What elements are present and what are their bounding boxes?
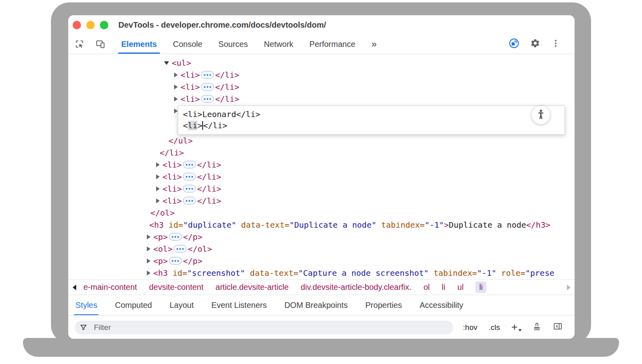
- stamp-icon[interactable]: [532, 322, 542, 333]
- close-window-button[interactable]: [73, 21, 81, 29]
- settings-gear-icon[interactable]: [530, 38, 540, 50]
- tab-network[interactable]: Network: [264, 34, 293, 54]
- edit-line-2[interactable]: <li></li>: [183, 120, 560, 131]
- dom-node-line[interactable]: </ul>: [68, 135, 575, 147]
- breadcrumb-scroll-left-icon[interactable]: [68, 285, 80, 290]
- breadcrumb-item[interactable]: devsite-content: [149, 283, 203, 292]
- devtools-toolbar: ElementsConsoleSourcesNetworkPerformance…: [68, 34, 575, 54]
- edit-open-bracket: <: [183, 121, 188, 130]
- cast-icon[interactable]: [509, 38, 519, 50]
- caret-collapsed-icon[interactable]: [172, 93, 181, 105]
- accessibility-button[interactable]: [532, 106, 550, 124]
- breadcrumb-item[interactable]: article.devsite-article: [215, 283, 288, 292]
- caret-collapsed-icon[interactable]: [144, 267, 153, 279]
- title-bar: DevTools - developer.chrome.com/docs/dev…: [68, 15, 575, 34]
- tab-console[interactable]: Console: [173, 34, 202, 54]
- new-style-rule-button[interactable]: +: [511, 322, 521, 333]
- tab-layout[interactable]: Layout: [170, 295, 194, 315]
- breadcrumb-item[interactable]: ul: [457, 283, 464, 292]
- breadcrumb-bar: e-main-contentdevsite-contentarticle.dev…: [68, 279, 575, 295]
- filter-input[interactable]: [75, 321, 453, 334]
- dom-node-line[interactable]: <li></li>: [68, 159, 575, 171]
- inline-expand-icon[interactable]: [174, 245, 187, 253]
- panel-tabs: ElementsConsoleSourcesNetworkPerformance…: [121, 34, 377, 54]
- caret-collapsed-icon[interactable]: [154, 171, 163, 183]
- tab-event-listeners[interactable]: Event Listeners: [211, 295, 267, 315]
- accessibility-person-icon: [535, 109, 547, 122]
- sidebar-tabs: StylesComputedLayoutEvent ListenersDOM B…: [68, 295, 575, 315]
- inline-expand-icon[interactable]: [201, 71, 214, 79]
- caret-expanded-icon[interactable]: [163, 57, 172, 69]
- inline-expand-icon[interactable]: [201, 83, 214, 91]
- dom-node-line[interactable]: <li></li>: [68, 171, 575, 183]
- dom-node-line[interactable]: <li></li>: [68, 93, 575, 105]
- zoom-window-button[interactable]: [100, 21, 108, 29]
- dom-edit-box[interactable]: <li>Leonard</li> <li></li>: [178, 105, 565, 135]
- breadcrumb-item[interactable]: ol: [423, 283, 430, 292]
- tab-performance[interactable]: Performance: [309, 34, 356, 54]
- minimize-window-button[interactable]: [86, 21, 95, 29]
- inline-expand-icon[interactable]: [169, 233, 182, 241]
- element-classes-button[interactable]: .cls: [489, 323, 500, 332]
- dom-node-line[interactable]: </li>: [68, 147, 575, 159]
- breadcrumb-item[interactable]: div.devsite-article-body.clearfix.: [301, 283, 411, 292]
- dom-tree-panel[interactable]: <ul><li></li><li></li><li></li></ul></li…: [68, 54, 575, 279]
- inline-expand-icon[interactable]: [169, 257, 182, 265]
- dom-node-line[interactable]: <li></li>: [68, 69, 575, 81]
- caret-collapsed-icon[interactable]: [144, 243, 153, 255]
- tab-properties[interactable]: Properties: [366, 295, 402, 315]
- breadcrumb-item[interactable]: li: [475, 281, 486, 293]
- filter-bar-controls: :hov .cls +: [463, 315, 563, 339]
- more-tabs-button[interactable]: »: [372, 38, 377, 50]
- dom-node-line[interactable]: <li></li>: [68, 183, 575, 195]
- inspect-element-icon[interactable]: [75, 39, 84, 49]
- edit-close-bracket: >: [197, 121, 202, 130]
- filter-funnel-icon: [79, 324, 87, 332]
- styles-filter-bar: :hov .cls +: [68, 315, 575, 339]
- kebab-menu-icon[interactable]: [551, 39, 560, 49]
- caret-collapsed-icon[interactable]: [144, 231, 153, 243]
- caret-collapsed-icon[interactable]: [144, 255, 153, 267]
- inline-expand-icon[interactable]: [183, 161, 196, 168]
- breadcrumb-item[interactable]: li: [442, 283, 445, 292]
- dom-tree-lines: <ul><li></li><li></li><li></li></ul></li…: [68, 54, 575, 279]
- inline-expand-icon[interactable]: [183, 197, 196, 204]
- caret-collapsed-icon[interactable]: [172, 81, 181, 93]
- devtools-window: DevTools - developer.chrome.com/docs/dev…: [68, 15, 575, 339]
- dom-node-line[interactable]: <ol></ol>: [68, 243, 575, 255]
- breadcrumb-item[interactable]: e-main-content: [83, 283, 137, 292]
- caret-collapsed-icon[interactable]: [154, 183, 163, 195]
- dom-node-line[interactable]: <h3 id="duplicate" data-text="Duplicate …: [68, 219, 575, 231]
- tab-elements[interactable]: Elements: [121, 34, 157, 54]
- toolbar-right-icons: [509, 34, 560, 54]
- caret-collapsed-icon[interactable]: [154, 195, 163, 207]
- tab-accessibility[interactable]: Accessibility: [420, 295, 463, 315]
- tab-sources[interactable]: Sources: [218, 34, 248, 54]
- toggle-sidebar-icon[interactable]: [553, 322, 563, 333]
- dom-node-line[interactable]: <h3 id="screenshot" data-text="Capture a…: [68, 267, 575, 279]
- dom-node-line[interactable]: <li></li>: [68, 195, 575, 207]
- dom-node-line[interactable]: <p></p>: [68, 231, 575, 243]
- dom-node-line[interactable]: <ul>: [68, 57, 575, 69]
- dom-node-line[interactable]: <p></p>: [68, 255, 575, 267]
- inline-expand-icon[interactable]: [201, 95, 214, 103]
- inline-expand-icon[interactable]: [183, 185, 196, 192]
- caret-collapsed-icon[interactable]: [172, 69, 181, 81]
- tab-dom-breakpoints[interactable]: DOM Breakpoints: [284, 295, 348, 315]
- device-base: [23, 338, 619, 357]
- inline-expand-icon[interactable]: [183, 173, 196, 180]
- breadcrumb-scroll-right-icon[interactable]: [563, 285, 575, 290]
- tab-computed[interactable]: Computed: [115, 295, 152, 315]
- edit-closing-tag: </li>: [203, 121, 227, 130]
- breadcrumb: e-main-contentdevsite-contentarticle.dev…: [83, 281, 563, 293]
- device-toolbar-icon[interactable]: [95, 39, 105, 49]
- dom-node-line[interactable]: <li></li>: [68, 81, 575, 93]
- caret-collapsed-icon[interactable]: [154, 159, 163, 171]
- autocomplete-highlight: li: [188, 121, 197, 130]
- toggle-element-state-button[interactable]: :hov: [463, 323, 477, 332]
- dom-node-line[interactable]: </ol>: [68, 207, 575, 219]
- edit-line-1[interactable]: <li>Leonard</li>: [183, 109, 560, 120]
- tab-styles[interactable]: Styles: [75, 295, 97, 315]
- window-title: DevTools - developer.chrome.com/docs/dev…: [118, 15, 326, 34]
